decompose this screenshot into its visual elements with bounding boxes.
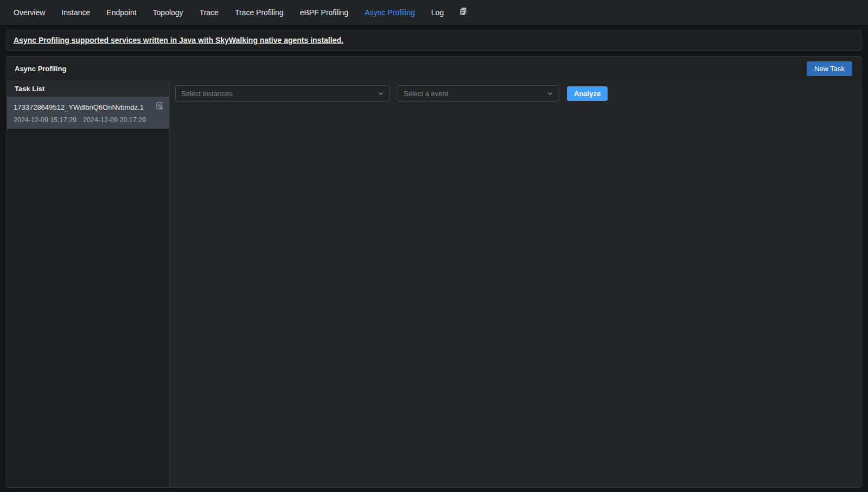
analyze-button[interactable]: Analyze <box>567 86 608 101</box>
instances-select-placeholder: Select instances <box>181 90 233 98</box>
task-name: 1733728649512_YWdlbnQ6OnNvbmdz.1 <box>14 103 144 111</box>
panel-body: Task List 1733728649512_YWdlbnQ6OnNvbmdz… <box>7 80 861 487</box>
chevron-down-icon <box>547 90 553 97</box>
panel-header: Async Profiling New Task <box>7 56 861 80</box>
tab-ebpf-profiling[interactable]: eBPF Profiling <box>292 0 356 25</box>
task-list-sidebar: Task List 1733728649512_YWdlbnQ6OnNvbmdz… <box>7 80 170 487</box>
tab-log[interactable]: Log <box>423 0 452 25</box>
analysis-content: Select instances Select a event <box>170 80 861 487</box>
tab-async-profiling[interactable]: Async Profiling <box>356 0 423 25</box>
tab-trace-profiling[interactable]: Trace Profiling <box>227 0 292 25</box>
instances-select[interactable]: Select instances <box>175 85 390 102</box>
tab-trace[interactable]: Trace <box>192 0 227 25</box>
event-select-placeholder: Select a event <box>404 90 448 98</box>
tab-instance[interactable]: Instance <box>53 0 98 25</box>
document-search-icon <box>155 102 164 112</box>
top-nav: Overview Instance Endpoint Topology Trac… <box>0 0 868 26</box>
task-list-button[interactable] <box>458 7 468 18</box>
async-profiling-panel: Async Profiling New Task Task List 17337… <box>7 56 861 488</box>
task-end-time: 2024-12-09 20:17:29 <box>83 116 146 124</box>
stacked-documents-icon <box>458 7 468 18</box>
task-list-title: Task List <box>7 80 169 97</box>
banner-link[interactable]: Async Profiling supported services writt… <box>14 36 343 45</box>
analysis-toolbar: Select instances Select a event <box>175 85 856 102</box>
task-start-time: 2024-12-09 15:17:29 <box>14 116 76 124</box>
info-banner: Async Profiling supported services writt… <box>7 30 861 51</box>
event-select[interactable]: Select a event <box>398 85 559 102</box>
page-title: Async Profiling <box>15 65 66 73</box>
chevron-down-icon <box>378 90 384 97</box>
tab-endpoint[interactable]: Endpoint <box>98 0 144 25</box>
task-detail-button[interactable] <box>155 102 164 112</box>
new-task-button[interactable]: New Task <box>807 61 852 76</box>
task-list-item[interactable]: 1733728649512_YWdlbnQ6OnNvbmdz.1 <box>7 97 169 129</box>
tab-overview[interactable]: Overview <box>5 0 53 25</box>
tab-topology[interactable]: Topology <box>145 0 192 25</box>
